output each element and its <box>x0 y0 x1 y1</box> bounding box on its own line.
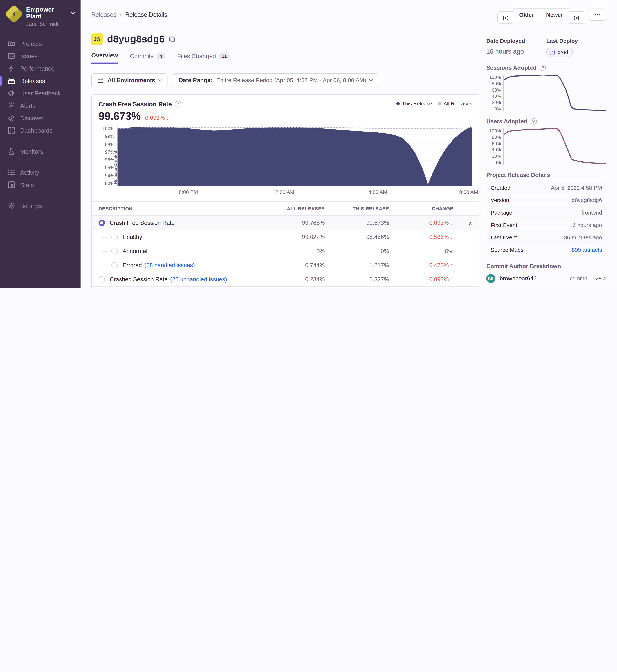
collapse-caret-icon[interactable]: ∧ <box>468 220 472 226</box>
metric-row[interactable]: Crashed Session Rate(26 unhandled issues… <box>91 272 479 287</box>
y-tick-label: 96% <box>98 157 115 162</box>
metric-this-release: 0.327% <box>325 276 389 283</box>
crash-free-rate-change: 0.093% ↓ <box>145 115 169 121</box>
tab-commits[interactable]: Commits4 <box>130 52 165 64</box>
environment-value: All Environments <box>108 77 155 83</box>
sidebar-item-label: Settings <box>20 202 42 209</box>
bar-chart-icon <box>8 181 15 189</box>
gear-icon <box>8 202 15 210</box>
y-tick-label: 95% <box>98 165 115 170</box>
last-release-button[interactable]: ▷| <box>569 11 585 24</box>
more-options-button[interactable]: ••• <box>589 9 606 21</box>
metric-radio[interactable] <box>112 234 118 240</box>
session-rate-chart: Release Created <box>117 126 472 186</box>
issues-icon <box>8 52 15 60</box>
lightning-bolt-icon <box>10 10 17 17</box>
x-tick-label: 8:00 PM <box>179 189 198 195</box>
metric-radio[interactable] <box>112 248 118 254</box>
metric-label: Errored <box>123 262 142 269</box>
org-switcher[interactable]: Empower Plant Jane Schmidt <box>0 0 80 31</box>
y-tick-label: 100% <box>486 128 501 133</box>
author-name: brownbear646 <box>500 275 561 282</box>
archive-box-icon <box>8 77 15 84</box>
chart-legend: This Release All Releases <box>396 100 472 107</box>
metric-issues-link[interactable]: (68 handled issues) <box>144 262 195 269</box>
y-tick-label: 97% <box>98 149 115 154</box>
detail-value: frontend <box>582 210 602 216</box>
y-tick-label: 60% <box>486 87 501 92</box>
trend-arrow-icon: ↓ <box>449 234 453 240</box>
sidebar-item-alerts[interactable]: Alerts <box>0 99 80 112</box>
sessions-adopted-chart <box>503 74 606 111</box>
sidebar-item-stats[interactable]: Stats <box>0 179 80 191</box>
metric-row[interactable]: Abnormal 0% 0% 0% ∧ <box>91 244 479 258</box>
sidebar-item-activity[interactable]: Activity <box>0 166 80 179</box>
sidebar-item-performance[interactable]: Performance <box>0 62 80 74</box>
sidebar-item-releases[interactable]: Releases <box>0 74 80 87</box>
metric-row[interactable]: Healthy 99.022% 98.456% 0.566% ↓ ∧ <box>91 230 479 244</box>
sidebar-item-settings[interactable]: Settings <box>0 200 80 212</box>
x-tick-mark <box>188 186 189 188</box>
metric-radio[interactable] <box>112 262 118 269</box>
date-range-selector[interactable]: Date Range: Entire Release Period (Apr 0… <box>173 73 379 87</box>
tab-files-changed[interactable]: Files Changed11 <box>177 52 230 64</box>
sidebar-item-issues[interactable]: Issues <box>0 50 80 62</box>
metric-row[interactable]: Crash Free Session Rate 99.766% 99.673% … <box>91 216 479 230</box>
commit-author-row: WS whiteswan331 1 commit 25% <box>486 288 606 288</box>
x-tick-label: 12:00 AM <box>272 189 294 195</box>
sidebar-item-label: Performance <box>20 65 54 71</box>
dashboard-grid-icon <box>8 127 15 134</box>
x-tick-mark <box>378 186 378 188</box>
breadcrumb-releases[interactable]: Releases <box>91 11 116 18</box>
metric-issues-link[interactable]: (26 unhandled issues) <box>170 276 227 283</box>
newer-button[interactable]: Newer <box>540 8 570 21</box>
sidebar-item-dashboards[interactable]: Dashboards <box>0 124 80 137</box>
sidebar-item-label: Monitors <box>20 148 43 155</box>
detail-row: Package frontend <box>486 207 606 219</box>
copy-icon[interactable] <box>169 36 175 42</box>
older-button[interactable]: Older <box>513 8 540 21</box>
metric-label-cell: Abnormal <box>123 248 260 254</box>
tab-overview[interactable]: Overview <box>91 52 118 64</box>
metric-label-cell: Crash Free Session Rate <box>110 220 260 226</box>
detail-row: Last Event 36 minutes ago <box>486 231 606 244</box>
release-created-annotation: Release Created <box>113 151 118 184</box>
sidebar-item-monitors[interactable]: Monitors <box>0 145 80 157</box>
legend-dot-this-release <box>396 102 400 105</box>
sidebar-item-label: User Feedback <box>20 90 61 96</box>
author-commits: 1 commit <box>565 276 587 282</box>
y-tick-label: 100% <box>486 74 501 80</box>
detail-row: Source Maps 899 artifacts <box>486 244 606 256</box>
y-tick-label: 99% <box>98 134 115 139</box>
help-circle-icon[interactable]: ? <box>530 118 537 124</box>
y-tick-label: 40% <box>486 147 501 152</box>
chevron-down-icon <box>370 78 373 81</box>
y-tick-label: 20% <box>486 153 501 158</box>
detail-value: Apr 5, 2022 4:58 PM <box>551 185 602 191</box>
metrics-table-body: Crash Free Session Rate 99.766% 99.673% … <box>91 216 479 288</box>
first-release-button[interactable]: |◁ <box>498 11 513 24</box>
prod-deploy-badge[interactable]: prod <box>546 47 573 57</box>
help-circle-icon[interactable]: ? <box>540 65 546 71</box>
help-circle-icon[interactable]: ? <box>175 101 181 107</box>
sidebar-item-projects[interactable]: Projects <box>0 37 80 50</box>
trend-arrow-icon: ↓ <box>449 220 453 226</box>
metric-row[interactable]: Errored(68 handled issues) 0.744% 1.217%… <box>91 258 479 272</box>
metric-row[interactable]: Crash Free User Rate 98.355% 98.467% 0.1… <box>91 287 479 288</box>
y-tick-label: 94% <box>98 173 115 178</box>
chart-x-axis: 8:00 PM 12:00 AM 4:00 AM 8:00 AM <box>117 186 472 197</box>
skip-to-last-icon: ▷| <box>574 14 579 21</box>
environment-selector[interactable]: All Environments <box>91 73 168 87</box>
y-tick-label: 0% <box>486 159 501 165</box>
sidebar-item-discover[interactable]: Discover <box>0 112 80 124</box>
sidebar-item-label: Projects <box>20 40 42 47</box>
detail-key: Version <box>491 197 509 203</box>
detail-key: Package <box>491 210 512 216</box>
sidebar-item-user-feedback[interactable]: User Feedback <box>0 87 80 99</box>
legend-label[interactable]: This Release <box>402 100 432 107</box>
legend-label[interactable]: All Releases <box>444 100 472 107</box>
detail-row: Version d8yug8sdg6 <box>486 194 606 207</box>
metric-radio[interactable] <box>98 276 105 283</box>
y-tick-label: 93% <box>98 181 115 186</box>
detail-value: 16 hours ago <box>570 222 602 228</box>
